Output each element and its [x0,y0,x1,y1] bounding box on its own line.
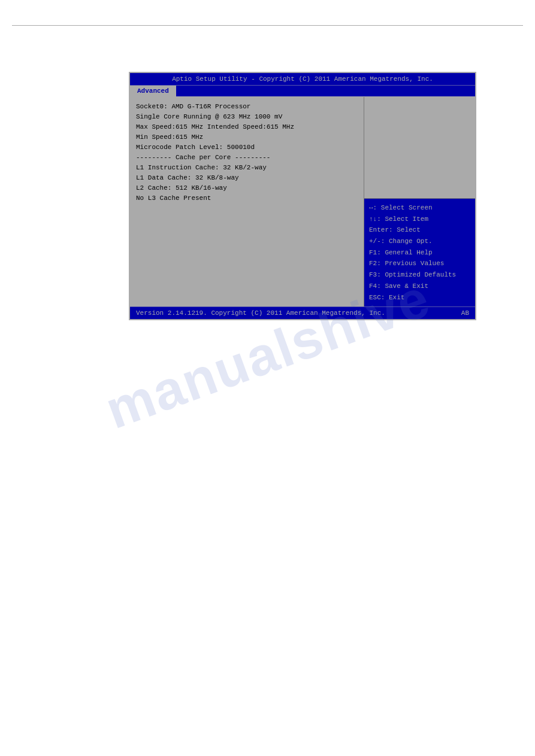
page-background: Aptio Setup Utility - Copyright (C) 2011… [0,0,535,756]
bios-right-panel: ↔: Select Screen ↑↓: Select Item Enter: … [364,97,475,306]
bios-footer-badge: AB [461,309,469,317]
bios-title-bar: Aptio Setup Utility - Copyright (C) 2011… [130,73,475,86]
bios-content-area: Socket0: AMD G-T16R Processor Single Cor… [130,97,475,306]
help-line-2: ↑↓: Select Item [369,214,470,225]
help-line-6: F2: Previous Values [369,258,470,269]
help-line-9: ESC: Exit [369,292,470,303]
cache-l2: L2 Cache: 512 KB/16-way [136,183,358,193]
bios-window: Aptio Setup Utility - Copyright (C) 2011… [129,72,476,320]
help-line-3: Enter: Select [369,224,470,236]
cpu-line-4: Min Speed:615 MHz [136,132,358,142]
cache-l1d: L1 Data Cache: 32 KB/8-way [136,173,358,183]
help-line-1: ↔: Select Screen [369,202,470,214]
cache-header: --------- Cache per Core --------- [136,153,358,163]
cpu-line-3: Max Speed:615 MHz Intended Speed:615 MHz [136,122,358,132]
bios-info-panel: Socket0: AMD G-T16R Processor Single Cor… [130,97,364,306]
bios-right-top-empty [364,97,475,199]
help-line-4: +/-: Change Opt. [369,236,470,247]
cpu-line-2: Single Core Running @ 623 MHz 1000 mV [136,112,358,122]
bios-tab-bar: Advanced [130,86,475,97]
cpu-line-5: Microcode Patch Level: 500010d [136,142,358,153]
help-line-7: F3: Optimized Defaults [369,269,470,281]
bios-help-section: ↔: Select Screen ↑↓: Select Item Enter: … [364,199,475,306]
cache-l3: No L3 Cache Present [136,193,358,204]
bios-footer: Version 2.14.1219. Copyright (C) 2011 Am… [130,306,475,319]
help-line-8: F4: Save & Exit [369,281,470,292]
bios-footer-text: Version 2.14.1219. Copyright (C) 2011 Am… [136,309,385,317]
cpu-line-1: Socket0: AMD G-T16R Processor [136,102,358,112]
bios-title-text: Aptio Setup Utility - Copyright (C) 2011… [172,75,433,83]
tab-advanced[interactable]: Advanced [130,86,176,96]
top-divider [12,25,523,26]
cache-l1i: L1 Instruction Cache: 32 KB/2-way [136,163,358,173]
help-line-5: F1: General Help [369,247,470,259]
